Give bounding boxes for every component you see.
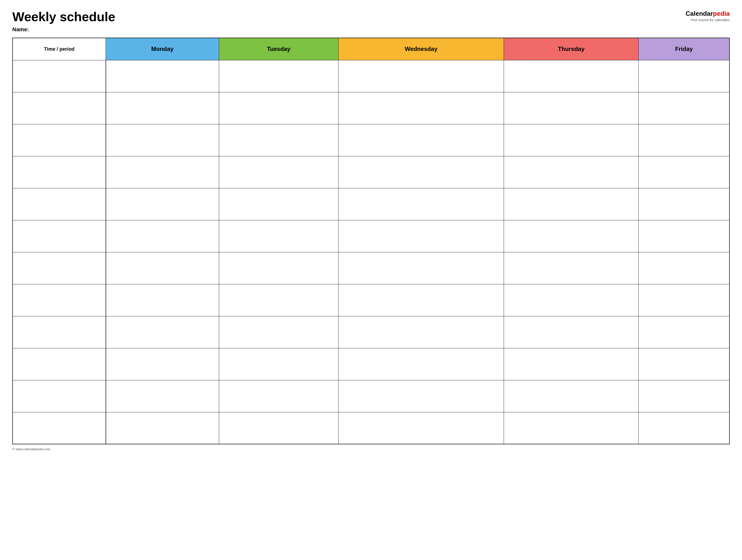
col-header-friday: Friday: [639, 38, 730, 60]
schedule-cell[interactable]: [338, 284, 504, 316]
schedule-cell[interactable]: [504, 412, 639, 444]
schedule-cell[interactable]: [504, 92, 639, 124]
schedule-cell[interactable]: [338, 252, 504, 284]
schedule-cell[interactable]: [219, 188, 338, 220]
schedule-cell[interactable]: [106, 412, 219, 444]
col-header-wednesday: Wednesday: [338, 38, 504, 60]
page-title: Weekly schedule: [12, 10, 115, 24]
col-header-monday: Monday: [106, 38, 219, 60]
footer: © www.calendarpedia.com: [12, 447, 730, 451]
schedule-cell[interactable]: [106, 316, 219, 348]
schedule-cell[interactable]: [338, 124, 504, 156]
table-row: [12, 188, 730, 220]
logo-tagline: Your source for calendars: [691, 18, 730, 22]
schedule-cell[interactable]: [639, 348, 730, 380]
table-row: [12, 156, 730, 188]
schedule-table: Time / period Monday Tuesday Wednesday T…: [12, 38, 730, 444]
schedule-cell[interactable]: [106, 124, 219, 156]
schedule-cell[interactable]: [504, 220, 639, 252]
logo-brand-black: Calendar: [686, 10, 713, 17]
schedule-cell[interactable]: [639, 60, 730, 92]
schedule-cell[interactable]: [639, 252, 730, 284]
page-header: Weekly schedule Name: Calendarpedia Your…: [12, 10, 730, 33]
schedule-cell[interactable]: [219, 284, 338, 316]
schedule-cell[interactable]: [106, 188, 219, 220]
table-row: [12, 124, 730, 156]
schedule-cell[interactable]: [639, 156, 730, 188]
schedule-cell[interactable]: [639, 124, 730, 156]
schedule-cell[interactable]: [219, 316, 338, 348]
schedule-cell[interactable]: [106, 252, 219, 284]
schedule-cell[interactable]: [504, 380, 639, 412]
table-header-row: Time / period Monday Tuesday Wednesday T…: [12, 38, 730, 60]
schedule-cell[interactable]: [338, 60, 504, 92]
schedule-cell[interactable]: [219, 124, 338, 156]
schedule-cell[interactable]: [338, 348, 504, 380]
schedule-cell[interactable]: [106, 220, 219, 252]
schedule-cell[interactable]: [338, 188, 504, 220]
schedule-cell[interactable]: [219, 220, 338, 252]
time-cell[interactable]: [12, 284, 106, 316]
schedule-cell[interactable]: [219, 92, 338, 124]
schedule-cell[interactable]: [639, 316, 730, 348]
schedule-cell[interactable]: [106, 92, 219, 124]
schedule-cell[interactable]: [219, 380, 338, 412]
schedule-cell[interactable]: [639, 412, 730, 444]
time-cell[interactable]: [12, 188, 106, 220]
schedule-cell[interactable]: [106, 380, 219, 412]
schedule-cell[interactable]: [639, 284, 730, 316]
schedule-cell[interactable]: [106, 348, 219, 380]
schedule-cell[interactable]: [338, 412, 504, 444]
schedule-cell[interactable]: [338, 156, 504, 188]
schedule-cell[interactable]: [504, 316, 639, 348]
time-cell[interactable]: [12, 60, 106, 92]
time-cell[interactable]: [12, 124, 106, 156]
schedule-cell[interactable]: [338, 220, 504, 252]
schedule-cell[interactable]: [338, 92, 504, 124]
schedule-cell[interactable]: [504, 124, 639, 156]
table-row: [12, 284, 730, 316]
schedule-cell[interactable]: [639, 92, 730, 124]
table-row: [12, 412, 730, 444]
schedule-cell[interactable]: [504, 284, 639, 316]
schedule-cell[interactable]: [338, 316, 504, 348]
col-header-thursday: Thursday: [504, 38, 639, 60]
col-header-time: Time / period: [12, 38, 106, 60]
time-cell[interactable]: [12, 380, 106, 412]
time-cell[interactable]: [12, 412, 106, 444]
time-cell[interactable]: [12, 156, 106, 188]
schedule-cell[interactable]: [219, 348, 338, 380]
schedule-body: [12, 60, 730, 444]
table-row: [12, 348, 730, 380]
schedule-cell[interactable]: [219, 252, 338, 284]
schedule-cell[interactable]: [639, 220, 730, 252]
table-row: [12, 60, 730, 92]
table-row: [12, 92, 730, 124]
schedule-cell[interactable]: [504, 348, 639, 380]
schedule-cell[interactable]: [219, 412, 338, 444]
schedule-cell[interactable]: [106, 284, 219, 316]
time-cell[interactable]: [12, 252, 106, 284]
time-cell[interactable]: [12, 316, 106, 348]
time-cell[interactable]: [12, 220, 106, 252]
schedule-cell[interactable]: [106, 60, 219, 92]
schedule-cell[interactable]: [504, 156, 639, 188]
copyright-text: © www.calendarpedia.com: [12, 447, 50, 451]
logo-section: Calendarpedia Your source for calendars: [686, 10, 730, 22]
table-row: [12, 252, 730, 284]
schedule-cell[interactable]: [504, 252, 639, 284]
table-row: [12, 220, 730, 252]
schedule-cell[interactable]: [639, 188, 730, 220]
schedule-cell[interactable]: [504, 60, 639, 92]
schedule-cell[interactable]: [338, 380, 504, 412]
schedule-cell[interactable]: [639, 380, 730, 412]
time-cell[interactable]: [12, 348, 106, 380]
table-row: [12, 380, 730, 412]
logo-brand-red: pedia: [713, 10, 730, 17]
schedule-cell[interactable]: [219, 60, 338, 92]
time-cell[interactable]: [12, 92, 106, 124]
schedule-cell[interactable]: [504, 188, 639, 220]
schedule-cell[interactable]: [219, 156, 338, 188]
schedule-cell[interactable]: [106, 156, 219, 188]
col-header-tuesday: Tuesday: [219, 38, 338, 60]
